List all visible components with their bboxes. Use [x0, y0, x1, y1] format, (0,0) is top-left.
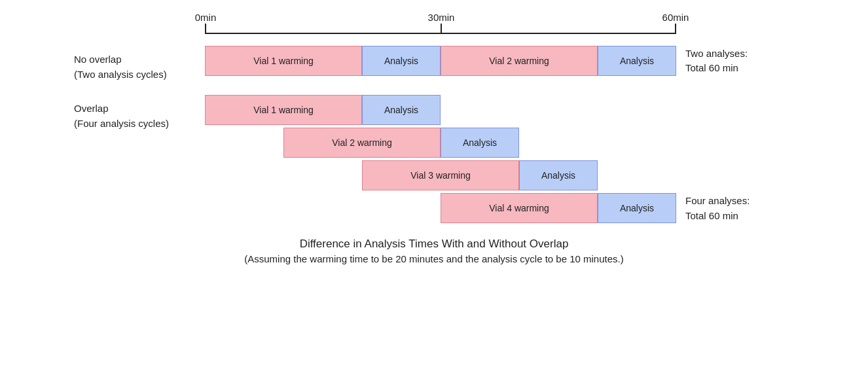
analysis-overlap-2: Analysis — [441, 128, 519, 158]
no-overlap-right-line2: Total 60 min — [685, 61, 794, 76]
vial1-warming-bar: Vial 1 warming — [205, 46, 362, 76]
vial2-warming-overlap: Vial 2 warming — [283, 128, 441, 158]
no-overlap-label: No overlap (Two analysis cycles) — [74, 46, 205, 82]
overlap-label: Overlap (Four analysis cycles) — [74, 95, 205, 131]
tick-label-0: 0min — [195, 12, 217, 23]
timeline-axis — [205, 33, 676, 34]
vial4-warming-overlap: Vial 4 warming — [441, 193, 598, 223]
no-overlap-line2: (Two analysis cycles) — [74, 67, 205, 82]
overlap-row-4: Vial 4 warming Analysis — [205, 193, 676, 223]
overlap-right-line1: Four analyses: — [685, 194, 794, 209]
no-overlap-bars: Vial 1 warming Analysis Vial 2 warming A… — [205, 46, 676, 76]
analysis-overlap-3: Analysis — [519, 160, 598, 190]
caption-sub: (Assuming the warming time to be 20 minu… — [74, 253, 794, 264]
tick-label-60: 60min — [662, 12, 689, 23]
overlap-line2: (Four analysis cycles) — [74, 116, 205, 132]
no-overlap-right-label: Two analyses: Total 60 min — [676, 46, 794, 76]
no-overlap-line1: No overlap — [74, 52, 205, 67]
analysis-overlap-4: Analysis — [598, 193, 676, 223]
analysis2-bar: Analysis — [598, 46, 676, 76]
tick-label-30: 30min — [428, 12, 455, 23]
tick-60min: 60min — [675, 24, 676, 33]
overlap-right-label: Four analyses: Total 60 min — [676, 95, 794, 223]
vial3-warming-overlap: Vial 3 warming — [362, 160, 519, 190]
analysis-overlap-1: Analysis — [362, 95, 441, 125]
vial1-warming-overlap: Vial 1 warming — [205, 95, 362, 125]
vial2-warming-bar: Vial 2 warming — [441, 46, 598, 76]
overlap-row-3: Vial 3 warming Analysis — [205, 160, 676, 190]
tick-0min: 0min — [205, 24, 206, 33]
overlap-bars: Vial 1 warming Analysis Vial 2 warming A… — [205, 95, 676, 223]
overlap-line1: Overlap — [74, 101, 205, 116]
tick-30min: 30min — [441, 24, 442, 33]
overlap-row-1: Vial 1 warming Analysis — [205, 95, 676, 125]
caption-main: Difference in Analysis Times With and Wi… — [74, 238, 794, 251]
caption-area: Difference in Analysis Times With and Wi… — [74, 238, 794, 264]
overlap-row-2: Vial 2 warming Analysis — [205, 128, 676, 158]
overlap-right-line2: Total 60 min — [685, 209, 794, 224]
no-overlap-right-line1: Two analyses: — [685, 46, 794, 62]
analysis1-bar: Analysis — [362, 46, 441, 76]
